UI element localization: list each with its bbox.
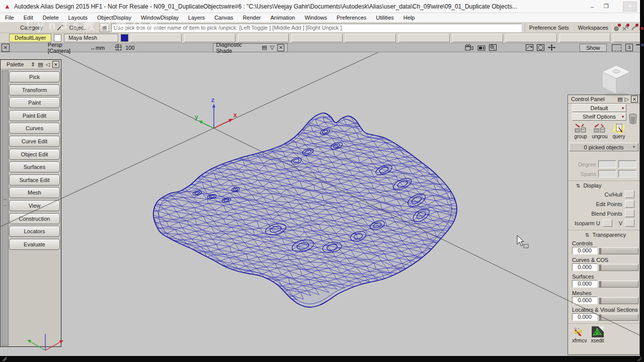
layer-bar: DefaultLayer Maya Mesh Model [0, 33, 644, 43]
menu-windows[interactable]: Windows [304, 15, 327, 21]
menu-windowdisplay[interactable]: WindowDisplay [141, 15, 179, 21]
view-cube[interactable] [597, 58, 636, 98]
model-name-button[interactable]: Maya Mesh Model [64, 34, 118, 42]
viewport-close-icon[interactable]: ✕ [2, 44, 10, 52]
svg-text:z: z [211, 97, 214, 104]
workspaces-button[interactable]: Workspaces [574, 24, 613, 32]
ruler-icon[interactable] [612, 44, 622, 51]
shade-dropdown-icon[interactable]: ▽ [270, 44, 274, 51]
resize-grip-icon[interactable] [637, 356, 642, 361]
camera-label[interactable]: Persp [Camera] [48, 42, 86, 54]
menu-preferences[interactable]: Preferences [337, 15, 366, 21]
movie-camera-icon[interactable] [465, 44, 474, 51]
pick-wand-icon[interactable] [56, 24, 64, 32]
pan-move-icon[interactable] [548, 44, 555, 51]
pane-count-button[interactable]: 3 [625, 44, 633, 51]
video-camera-icon[interactable] [477, 45, 486, 51]
preference-sets-button[interactable]: Preference Sets [525, 24, 574, 32]
layer-slot[interactable] [345, 34, 396, 42]
maximize-button[interactable]: ❐ [601, 2, 612, 11]
right-edge-strip [640, 0, 644, 362]
layer-slot[interactable] [291, 34, 343, 42]
menu-file[interactable]: File [5, 15, 14, 21]
bottom-edge-bar [0, 356, 644, 362]
layer-slot[interactable] [184, 34, 235, 42]
resize-grip-icon[interactable] [2, 356, 7, 361]
zoom-magnifier-icon[interactable] [489, 44, 497, 51]
svg-text:x: x [233, 112, 237, 119]
wireframe-mesh[interactable] [143, 113, 466, 307]
layer-slot[interactable] [398, 34, 450, 42]
autodesk-logo-icon: ▲ [4, 3, 11, 10]
snap-curve-icon[interactable] [621, 24, 630, 32]
menu-bar: File Edit Delete Layouts ObjectDisplay W… [0, 13, 644, 23]
origin-axis-triad: zxy [195, 97, 237, 128]
object-filter-label[interactable]: Objec... [69, 25, 89, 31]
menu-layouts[interactable]: Layouts [68, 15, 88, 21]
shade-close-icon[interactable]: ✕ [277, 44, 284, 51]
shade-mode-label: Diagnostic Shade [216, 42, 259, 54]
pickbox-size-icon[interactable] [116, 45, 121, 50]
zoom-value: 100 [125, 45, 134, 51]
snap-grid-icon[interactable] [613, 24, 621, 32]
menu-edit[interactable]: Edit [24, 15, 33, 21]
default-layer-button[interactable]: DefaultLayer [9, 34, 51, 42]
promptline-input[interactable]: Use pick box or enter name of item to pi… [111, 24, 522, 32]
viewport-titlebar: ✕ Persp [Camera] ↔ mm 100 Diagnostic Sha… [0, 43, 644, 52]
layer-slot[interactable] [613, 34, 644, 42]
window-title: Autodesk Alias Design 2015 HF1 - Not For… [14, 3, 517, 10]
menu-layers[interactable]: Layers [188, 15, 205, 21]
menu-animation[interactable]: Animation [271, 15, 295, 21]
layer-slot[interactable] [238, 34, 289, 42]
layer-slot[interactable] [506, 34, 557, 42]
minimize-button[interactable]: – [587, 2, 598, 11]
window-titlebar: ▲ Autodesk Alias Design 2015 HF1 - Not F… [0, 0, 644, 13]
shade-mode-dropdown[interactable]: Diagnostic Shade ▤ ▽ ✕ [213, 43, 288, 52]
layer-slot[interactable] [131, 34, 182, 42]
tumble-icon[interactable] [526, 44, 533, 51]
menu-objectdisplay[interactable]: ObjectDisplay [97, 15, 131, 21]
snap-point-icon[interactable] [630, 24, 638, 32]
menu-render[interactable]: Render [243, 15, 261, 21]
mouse-cursor [517, 235, 528, 248]
category-label[interactable]: Category [20, 25, 43, 31]
menu-help[interactable]: Help [404, 15, 415, 21]
menu-delete[interactable]: Delete [43, 15, 59, 21]
layer-slot[interactable] [559, 34, 611, 42]
prompt-history-icon[interactable]: ▤ [100, 23, 109, 32]
look-at-icon[interactable] [537, 44, 544, 51]
model-color-swatch[interactable] [121, 34, 128, 42]
close-button[interactable]: ✕ [623, 2, 637, 12]
layer-slot[interactable] [452, 34, 504, 42]
layer-checkbox[interactable] [54, 34, 61, 42]
units-label: mm [96, 45, 105, 51]
units-arrow-icon: ↔ [90, 45, 96, 51]
viewport-3d-scene[interactable]: zxy [0, 52, 644, 356]
show-button[interactable]: Show [580, 44, 607, 52]
shade-menu-icon[interactable]: ▤ [262, 44, 267, 51]
pick-toolbar: Category Objec... ▤ Use pick box or ente… [0, 23, 644, 33]
menu-canvas[interactable]: Canvas [214, 15, 233, 21]
svg-text:y: y [195, 114, 198, 121]
menu-utilities[interactable]: Utilities [376, 15, 393, 21]
mini-axis-triad [27, 334, 63, 350]
